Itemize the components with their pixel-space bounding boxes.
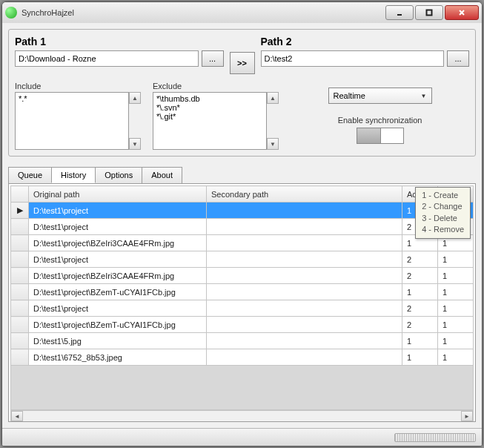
grid-col-original[interactable]: Original path: [29, 186, 207, 202]
cell-action2: 1: [438, 284, 474, 300]
cell-action2: 1: [438, 268, 474, 284]
swap-paths-button[interactable]: >>: [230, 52, 255, 74]
row-indicator: [11, 235, 29, 251]
table-row[interactable]: D:\test1\project2: [11, 219, 474, 235]
cell-secondary: [207, 284, 402, 300]
table-row[interactable]: D:\test1\project\BZemT-uCYAI1FCb.jpg11: [11, 284, 474, 300]
tab-body: Original path Secondary path Action ▶D:\…: [8, 183, 476, 422]
table-row[interactable]: D:\test1\project\BZemT-uCYAI1FCb.jpg21: [11, 317, 474, 333]
scroll-down-icon[interactable]: ▼: [267, 138, 279, 150]
table-row[interactable]: D:\test1\5.jpg11: [11, 333, 474, 349]
row-indicator: [11, 268, 29, 284]
tab-about[interactable]: About: [142, 167, 182, 183]
cell-action2: 1: [438, 333, 474, 349]
cell-secondary: [207, 300, 402, 317]
row-indicator: ▶: [11, 202, 29, 219]
table-row[interactable]: D:\test1\project21: [11, 251, 474, 268]
statusbar: [2, 428, 482, 446]
cell-original: D:\test1\project: [29, 202, 207, 219]
cell-secondary: [207, 219, 402, 235]
row-indicator: [11, 300, 29, 317]
exclude-label: Exclude: [153, 82, 279, 90]
grid-rowhead[interactable]: [11, 186, 29, 202]
mode-selected: Realtime: [334, 91, 365, 100]
cell-secondary: [207, 235, 402, 251]
path2-browse-button[interactable]: ...: [447, 50, 469, 67]
cell-original: D:\test1\5.jpg: [29, 333, 207, 349]
enable-sync-toggle[interactable]: [357, 128, 404, 144]
config-panel: Path 1 ... >> Path 2 ... In: [8, 29, 476, 157]
enable-sync-label: Enable synchronization: [338, 116, 422, 125]
tabs-area: Queue History Options About Original pat…: [8, 167, 476, 422]
scroll-right-icon[interactable]: ►: [461, 411, 473, 421]
path1-input[interactable]: [15, 50, 199, 67]
horizontal-scrollbar[interactable]: ◄ ►: [10, 410, 474, 422]
row-indicator: [11, 349, 29, 366]
table-row[interactable]: ▶D:\test1\project1: [11, 202, 474, 219]
minimize-button[interactable]: [385, 5, 414, 20]
close-button[interactable]: [445, 5, 479, 20]
tab-queue[interactable]: Queue: [8, 167, 52, 183]
cell-original: D:\test1\project\BZeIri3CAAE4FRm.jpg: [29, 268, 207, 284]
row-indicator: [11, 317, 29, 333]
table-row[interactable]: D:\test1\project\BZeIri3CAAE4FRm.jpg21: [11, 268, 474, 284]
path2-label: Path 2: [261, 36, 470, 47]
scroll-up-icon[interactable]: ▲: [267, 92, 279, 104]
cell-original: D:\test1\project: [29, 300, 207, 317]
cell-secondary: [207, 317, 402, 333]
titlebar[interactable]: SynchroHajzel: [2, 2, 482, 23]
cell-action1: 2: [402, 300, 438, 317]
scroll-up-icon[interactable]: ▲: [129, 92, 141, 104]
history-grid[interactable]: Original path Secondary path Action ▶D:\…: [10, 185, 474, 366]
window-title: SynchroHajzel: [21, 8, 74, 17]
grid-col-secondary[interactable]: Secondary path: [207, 186, 402, 202]
cell-original: D:\test1\project: [29, 219, 207, 235]
cell-action2: 1: [438, 349, 474, 366]
tab-history[interactable]: History: [51, 167, 96, 183]
chevron-down-icon: ▼: [421, 93, 427, 99]
row-indicator: [11, 251, 29, 268]
include-textarea[interactable]: *.*: [15, 92, 129, 150]
tab-strip: Queue History Options About: [8, 167, 476, 183]
cell-original: D:\test1\6752_8b53.jpeg: [29, 349, 207, 366]
cell-original: D:\test1\project\BZeIri3CAAE4FRm.jpg: [29, 235, 207, 251]
cell-secondary: [207, 202, 402, 219]
cell-action1: 2: [402, 251, 438, 268]
scroll-down-icon[interactable]: ▼: [129, 138, 141, 150]
cell-original: D:\test1\project\BZemT-uCYAI1FCb.jpg: [29, 284, 207, 300]
exclude-textarea[interactable]: *\thumbs.db *\.svn* *\.git*: [153, 92, 267, 150]
cell-secondary: [207, 251, 402, 268]
cell-secondary: [207, 349, 402, 366]
cell-action1: 1: [402, 333, 438, 349]
cell-action1: 2: [402, 317, 438, 333]
row-indicator: [11, 284, 29, 300]
include-label: Include: [15, 82, 141, 90]
cell-action2: 1: [438, 317, 474, 333]
tab-options[interactable]: Options: [95, 167, 142, 183]
cell-action1: 1: [402, 349, 438, 366]
cell-secondary: [207, 268, 402, 284]
cell-action1: 1: [402, 284, 438, 300]
maximize-button[interactable]: [415, 5, 443, 20]
grid-empty-area: [10, 366, 474, 410]
client-area: Path 1 ... >> Path 2 ... In: [2, 23, 482, 428]
resize-grip-icon[interactable]: [394, 433, 476, 442]
cell-action1: 2: [402, 268, 438, 284]
scroll-left-icon[interactable]: ◄: [11, 411, 23, 421]
table-row[interactable]: D:\test1\6752_8b53.jpeg11: [11, 349, 474, 366]
app-icon: [5, 7, 17, 19]
row-indicator: [11, 219, 29, 235]
svg-rect-1: [427, 10, 432, 16]
row-indicator: [11, 333, 29, 349]
cell-action2: 1: [438, 251, 474, 268]
path1-browse-button[interactable]: ...: [202, 50, 224, 67]
cell-action2: 1: [438, 300, 474, 317]
cell-secondary: [207, 333, 402, 349]
table-row[interactable]: D:\test1\project21: [11, 300, 474, 317]
table-row[interactable]: D:\test1\project\BZeIri3CAAE4FRm.jpg11: [11, 235, 474, 251]
action-tooltip: 1 - Create 2 - Change 3 - Delete 4 - Rem…: [415, 187, 471, 239]
mode-dropdown[interactable]: Realtime ▼: [328, 88, 432, 104]
path1-label: Path 1: [15, 36, 224, 47]
path2-input[interactable]: [261, 50, 445, 67]
cell-original: D:\test1\project\BZemT-uCYAI1FCb.jpg: [29, 317, 207, 333]
